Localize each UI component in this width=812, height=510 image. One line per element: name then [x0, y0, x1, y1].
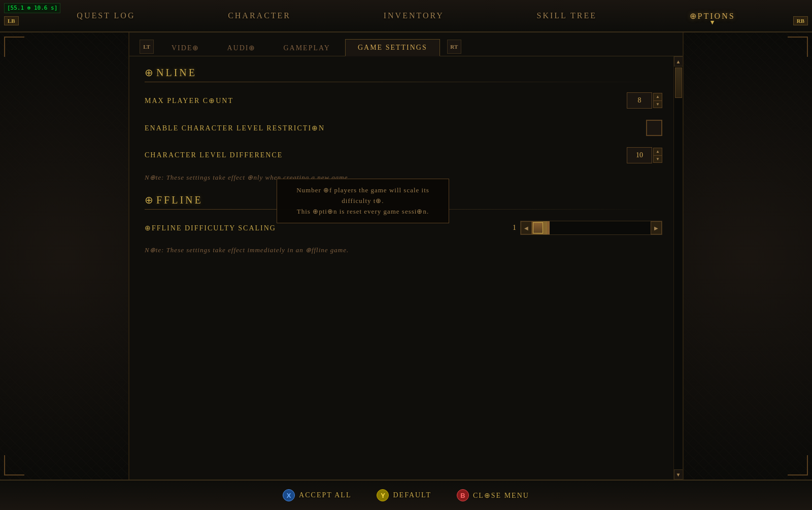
x-button-icon: X: [283, 489, 295, 501]
offline-difficulty-value: 1: [508, 224, 516, 232]
top-nav-tabs: Quest Log Character Inventory Skill Tree…: [0, 0, 812, 31]
offline-difficulty-slider[interactable]: ◀ ▶: [520, 221, 662, 235]
hud-display: [55.1 ⊕ 10.6 s]: [4, 3, 60, 13]
left-panel-pattern: [0, 32, 128, 480]
default-button[interactable]: Y Default: [377, 489, 431, 501]
max-player-spinbox-buttons: ▲ ▼: [653, 93, 662, 108]
offline-note: N⊕te: These settings take effect immedia…: [145, 246, 662, 254]
scroll-thumb[interactable]: [675, 67, 682, 98]
max-player-increment[interactable]: ▲: [653, 93, 662, 100]
max-player-count-row: Max Player C⊕unt ▲ ▼: [145, 91, 662, 110]
offline-icon: ⊕: [145, 194, 153, 206]
offline-divider: [145, 209, 662, 210]
char-level-diff-input[interactable]: [627, 147, 652, 163]
corner-ornament-tl: [4, 37, 24, 57]
sub-tabs: LT Vide⊕ Audi⊕ Gameplay Game Settings RT: [129, 32, 683, 56]
offline-difficulty-row: ⊕ffline Difficulty Scaling 1 ◀ ▶: [145, 219, 662, 237]
char-level-restriction-label: Enable Character Level Restricti⊕n: [145, 124, 646, 132]
lt-button[interactable]: LT: [140, 40, 154, 54]
rb-button[interactable]: RB: [793, 16, 808, 25]
corner-ornament-br: [788, 455, 808, 475]
max-player-count-label: Max Player C⊕unt: [145, 96, 627, 105]
corner-ornament-bl: [4, 455, 24, 475]
tab-gameplay[interactable]: Gameplay: [270, 40, 343, 56]
scroll-up-button[interactable]: ▲: [674, 56, 683, 66]
corner-ornament-tr: [788, 37, 808, 57]
slider-thumb[interactable]: [533, 222, 543, 233]
settings-content: ⊕ nline Max Player C⊕unt ▲ ▼: [129, 56, 683, 480]
online-title: nline: [156, 67, 197, 79]
top-nav: [55.1 ⊕ 10.6 s] LB Quest Log Character I…: [0, 0, 812, 32]
bottom-bar: X Accept All Y Default B Cl⊕se Menu: [0, 480, 812, 510]
y-button-icon: Y: [377, 489, 389, 501]
char-level-restriction-row: Enable Character Level Restricti⊕n: [145, 119, 662, 137]
offline-section: ⊕ ffline Number ⊕f players the game will…: [145, 194, 662, 254]
tab-audio[interactable]: Audi⊕: [214, 39, 268, 56]
max-player-count-control: ▲ ▼: [627, 92, 662, 109]
scrollbar: ▲ ▼: [673, 56, 683, 480]
tab-options[interactable]: ⊕ptions: [680, 7, 746, 25]
online-note: N⊕te: These settings take effect ⊕nly wh…: [145, 174, 662, 182]
char-level-diff-label: Character Level Difference: [145, 151, 627, 159]
max-player-spinbox: ▲ ▼: [627, 92, 662, 109]
tab-inventory[interactable]: Inventory: [374, 7, 454, 24]
main-area: LT Vide⊕ Audi⊕ Gameplay Game Settings RT: [0, 32, 812, 480]
default-label: Default: [393, 491, 431, 499]
max-player-decrement[interactable]: ▼: [653, 100, 662, 108]
left-panel: [0, 32, 129, 480]
close-menu-label: Cl⊕se Menu: [473, 491, 529, 500]
char-level-diff-decrement[interactable]: ▼: [653, 155, 662, 163]
char-level-diff-increment[interactable]: ▲: [653, 148, 662, 155]
online-section-header: ⊕ nline: [145, 66, 662, 79]
char-level-restriction-checkbox[interactable]: [646, 120, 662, 136]
tab-skill-tree[interactable]: Skill Tree: [527, 7, 607, 24]
slider-arrow-left[interactable]: ◀: [521, 221, 532, 234]
center-content: LT Vide⊕ Audi⊕ Gameplay Game Settings RT: [129, 32, 683, 480]
offline-title: ffline: [156, 194, 203, 206]
right-panel: [683, 32, 812, 480]
tab-video[interactable]: Vide⊕: [159, 39, 212, 56]
online-divider: [145, 82, 662, 82]
close-menu-button[interactable]: B Cl⊕se Menu: [457, 489, 529, 501]
slider-fill: [532, 221, 651, 234]
tab-quest-log[interactable]: Quest Log: [66, 7, 145, 24]
accept-all-label: Accept All: [299, 491, 351, 499]
offline-difficulty-label: ⊕ffline Difficulty Scaling: [145, 224, 508, 232]
offline-tooltip: Number ⊕f players the game will scale it…: [277, 179, 449, 223]
char-level-diff-row: Character Level Difference ▲ ▼: [145, 146, 662, 164]
char-level-diff-control: ▲ ▼: [627, 147, 662, 163]
scroll-down-button[interactable]: ▼: [674, 469, 683, 480]
accept-all-button[interactable]: X Accept All: [283, 489, 351, 501]
char-level-diff-spinbox-buttons: ▲ ▼: [653, 148, 662, 163]
char-level-diff-spinbox: ▲ ▼: [627, 147, 662, 163]
rt-button[interactable]: RT: [447, 40, 461, 54]
right-panel-pattern: [684, 32, 812, 480]
tab-character[interactable]: Character: [218, 7, 301, 24]
max-player-input[interactable]: [627, 92, 652, 109]
b-button-icon: B: [457, 489, 469, 501]
lb-button[interactable]: LB: [4, 16, 19, 25]
char-level-restriction-control: [646, 120, 662, 136]
online-icon: ⊕: [145, 66, 153, 79]
slider-arrow-right[interactable]: ▶: [651, 221, 662, 234]
offline-section-header: ⊕ ffline Number ⊕f players the game will…: [145, 194, 662, 206]
offline-difficulty-control: 1 ◀ ▶: [508, 221, 662, 235]
tab-game-settings[interactable]: Game Settings: [345, 39, 440, 56]
